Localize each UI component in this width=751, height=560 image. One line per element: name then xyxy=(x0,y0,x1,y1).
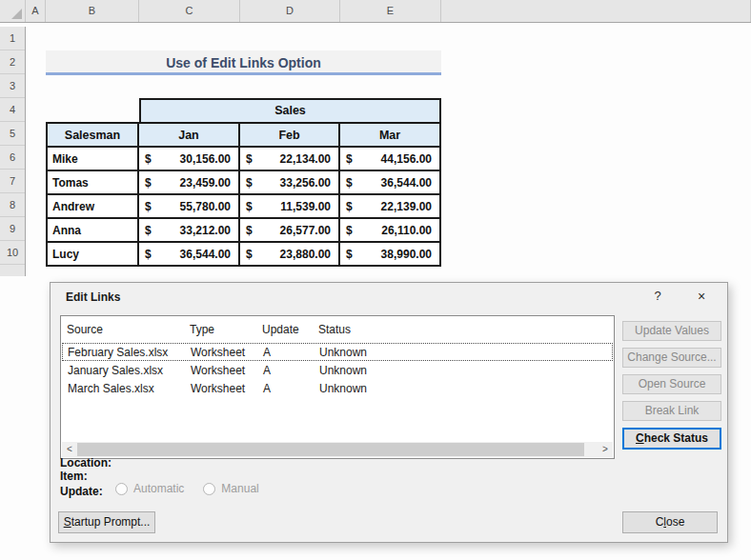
currency-symbol: $ xyxy=(346,200,353,213)
column-header-d[interactable]: D xyxy=(240,0,340,22)
table-row-mar-cell[interactable]: $22,139.00 xyxy=(340,195,439,217)
link-type: Worksheet xyxy=(191,364,245,377)
amount: 33,212.00 xyxy=(180,224,231,237)
amount: 30,156.00 xyxy=(180,152,231,166)
link-row-february[interactable]: February Sales.xlsx Worksheet A Unknown xyxy=(62,343,613,361)
link-update: A xyxy=(263,382,271,395)
row-header-6[interactable]: 6 xyxy=(0,146,25,170)
scrollbar-thumb[interactable] xyxy=(77,443,584,456)
amount: 55,780.00 xyxy=(180,200,231,213)
table-row-feb-cell[interactable]: $11,539.00 xyxy=(240,195,338,217)
table-row-mar-cell[interactable]: $36,544.00 xyxy=(340,171,439,193)
table-row-feb-cell[interactable]: $22,134.00 xyxy=(240,148,338,170)
row-header-5[interactable]: 5 xyxy=(0,122,25,146)
table-row-feb-cell[interactable]: $33,256.00 xyxy=(240,171,338,193)
column-source: Source xyxy=(67,323,103,336)
amount: 23,459.00 xyxy=(180,176,231,190)
table-row-name-cell[interactable]: Andrew xyxy=(48,195,137,217)
column-header-b[interactable]: B xyxy=(46,0,139,22)
header-cell-feb[interactable]: Feb xyxy=(240,124,338,146)
link-status: Unknown xyxy=(319,382,367,395)
currency-symbol: $ xyxy=(246,200,253,213)
link-update: A xyxy=(263,364,271,377)
table-row-feb-cell[interactable]: $23,880.00 xyxy=(240,243,338,265)
table-row-jan-cell[interactable]: $33,212.00 xyxy=(139,219,238,241)
currency-symbol: $ xyxy=(346,176,353,190)
table-row-name-cell[interactable]: Anna xyxy=(48,219,137,241)
scroll-right-icon[interactable]: > xyxy=(598,442,613,457)
table-row-mar-cell[interactable]: $44,156.00 xyxy=(340,148,439,170)
table-row-mar-cell[interactable]: $38,990.00 xyxy=(340,243,439,265)
link-row-march[interactable]: March Sales.xlsx Worksheet A Unknown xyxy=(62,379,613,397)
row-header-9[interactable]: 9 xyxy=(0,217,25,241)
column-header-a[interactable]: A xyxy=(26,0,46,22)
table-row-name-cell[interactable]: Mike xyxy=(48,148,137,170)
sheet-title-cell[interactable]: Use of Edit Links Option xyxy=(46,50,441,75)
row-header-2[interactable]: 2 xyxy=(0,50,25,74)
horizontal-scrollbar[interactable]: < > xyxy=(62,442,613,457)
column-header-rest xyxy=(441,0,751,22)
edit-links-dialog: Edit Links ? × Source Type Update Status… xyxy=(50,282,728,543)
table-row-name-cell[interactable]: Lucy xyxy=(48,243,137,265)
table-row-name-cell[interactable]: Tomas xyxy=(48,171,137,193)
table-row-jan-cell[interactable]: $23,459.00 xyxy=(139,171,238,193)
row-header-3[interactable]: 3 xyxy=(0,74,25,98)
column-header-band: A B C D E xyxy=(0,0,751,23)
link-source: January Sales.xlsx xyxy=(68,364,163,377)
currency-symbol: $ xyxy=(346,248,353,261)
row-header-7[interactable]: 7 xyxy=(0,170,25,193)
automatic-radio[interactable] xyxy=(115,483,128,495)
amount: 23,880.00 xyxy=(280,248,331,261)
link-type: Worksheet xyxy=(191,382,245,395)
currency-symbol: $ xyxy=(246,248,253,261)
column-header-e[interactable]: E xyxy=(340,0,441,22)
link-status: Unknown xyxy=(319,364,367,377)
row-header-band: 1 2 3 4 5 6 7 8 9 10 xyxy=(0,27,26,276)
help-icon[interactable]: ? xyxy=(647,288,668,305)
column-header-c[interactable]: C xyxy=(139,0,240,22)
column-status: Status xyxy=(318,323,351,336)
row-header-10[interactable]: 10 xyxy=(0,241,25,265)
close-icon[interactable]: × xyxy=(691,288,712,305)
link-source: February Sales.xlsx xyxy=(68,346,168,359)
update-values-button[interactable]: Update Values xyxy=(622,321,721,341)
update-mode-radio-group: Automatic Manual xyxy=(115,482,278,495)
header-cell-salesman[interactable]: Salesman xyxy=(48,124,137,146)
row-header-4[interactable]: 4 xyxy=(0,98,25,122)
currency-symbol: $ xyxy=(346,224,353,237)
amount: 36,544.00 xyxy=(381,176,432,190)
change-source-button[interactable]: Change Source... xyxy=(622,348,721,368)
close-button[interactable]: Close xyxy=(622,511,718,533)
link-source: March Sales.xlsx xyxy=(68,382,154,395)
break-link-button[interactable]: Break Link xyxy=(622,401,721,421)
amount: 11,539.00 xyxy=(280,200,331,213)
item-label: Item: xyxy=(60,470,88,483)
amount: 44,156.00 xyxy=(381,152,432,166)
table-row-jan-cell[interactable]: $55,780.00 xyxy=(139,195,238,217)
table-row-feb-cell[interactable]: $26,577.00 xyxy=(240,219,338,241)
link-row-january[interactable]: January Sales.xlsx Worksheet A Unknown xyxy=(62,361,613,379)
check-status-button[interactable]: Check Status xyxy=(622,428,721,450)
scroll-left-icon[interactable]: < xyxy=(62,442,77,457)
header-cell-jan[interactable]: Jan xyxy=(139,124,238,146)
sales-group-header-cell[interactable]: Sales xyxy=(139,98,441,124)
manual-radio-label: Manual xyxy=(221,482,258,495)
location-label: Location: xyxy=(60,456,112,470)
table-row-mar-cell[interactable]: $26,110.00 xyxy=(340,219,439,241)
currency-symbol: $ xyxy=(145,224,152,237)
currency-symbol: $ xyxy=(346,152,353,166)
amount: 33,256.00 xyxy=(280,176,331,190)
table-row-jan-cell[interactable]: $36,544.00 xyxy=(139,243,238,265)
row-header-1[interactable]: 1 xyxy=(0,27,25,50)
excel-window: A B C D E 1 2 3 4 5 6 7 8 9 10 Use of Ed… xyxy=(0,0,751,560)
open-source-button[interactable]: Open Source xyxy=(622,374,721,394)
row-header-8[interactable]: 8 xyxy=(0,193,25,217)
table-row-jan-cell[interactable]: $30,156.00 xyxy=(139,148,238,170)
startup-prompt-button[interactable]: Startup Prompt... xyxy=(58,511,155,533)
select-all-corner[interactable] xyxy=(0,0,26,22)
manual-radio[interactable] xyxy=(203,483,215,495)
link-update: A xyxy=(263,346,271,359)
dialog-title: Edit Links xyxy=(66,290,120,304)
header-cell-mar[interactable]: Mar xyxy=(340,124,439,146)
links-list-header: Source Type Update Status xyxy=(61,316,614,341)
